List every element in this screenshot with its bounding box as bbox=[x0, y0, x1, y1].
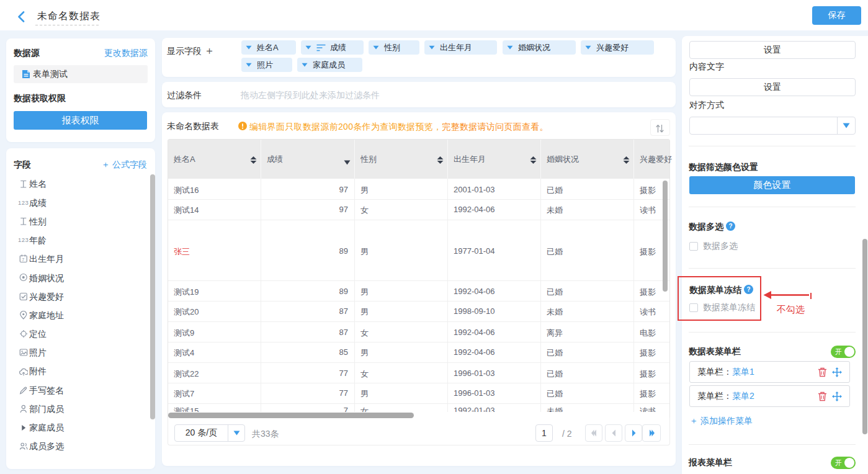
svg-text:?: ? bbox=[728, 223, 732, 230]
svg-text:7: 7 bbox=[22, 257, 24, 262]
svg-text:?: ? bbox=[746, 286, 750, 293]
